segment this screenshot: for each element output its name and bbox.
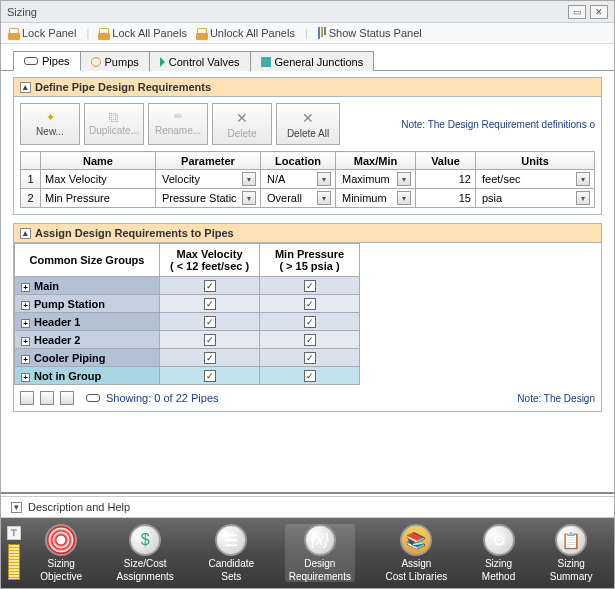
value-cell[interactable]: 12 [416, 170, 476, 189]
variable-icon: {x} [304, 524, 336, 556]
expand-icon[interactable]: + [21, 283, 30, 292]
note-text: Note: The Design Requirement definitions… [401, 119, 595, 130]
tab-bar: Pipes Pumps Control Valves General Junct… [1, 44, 614, 71]
table-row[interactable]: 2 Min Pressure Pressure Static▾ Overall▾… [21, 189, 595, 208]
lock-all-button[interactable]: Lock All Panels [99, 27, 187, 39]
col-max-velocity: Max Velocity( < 12 feet/sec ) [160, 244, 260, 277]
bottom-nav: ⊤ SizingObjective $Size/CostAssignments … [1, 518, 614, 588]
chevron-down-icon[interactable]: ▾ [397, 172, 411, 186]
group-row: +Not in Group✓✓ [15, 367, 360, 385]
nav-size-cost[interactable]: $Size/CostAssignments [113, 524, 178, 582]
assign-requirements-section: ▴ Assign Design Requirements to Pipes Co… [13, 223, 602, 412]
checkbox[interactable]: ✓ [304, 280, 316, 292]
param-cell[interactable]: Velocity▾ [156, 170, 261, 189]
checkbox[interactable]: ✓ [204, 316, 216, 328]
target-icon [45, 524, 77, 556]
section-header: ▴ Assign Design Requirements to Pipes [14, 224, 601, 243]
delete-all-button[interactable]: ✕Delete All [276, 103, 340, 145]
table-row[interactable]: 1 Max Velocity Velocity▾ N/A▾ Maximum▾ 1… [21, 170, 595, 189]
nav-assign-cost[interactable]: 📚AssignCost Libraries [382, 524, 452, 582]
sizing-window: Sizing ▭ ✕ Lock Panel | Lock All Panels … [0, 0, 615, 589]
filter-icon-1[interactable] [20, 391, 34, 405]
expand-icon[interactable]: ▾ [11, 502, 22, 513]
checkbox[interactable]: ✓ [204, 352, 216, 364]
tab-pipes[interactable]: Pipes [13, 51, 81, 71]
chevron-down-icon[interactable]: ▾ [397, 191, 411, 205]
new-button[interactable]: ✦New... [20, 103, 80, 145]
expand-icon[interactable]: + [21, 301, 30, 310]
delete-all-icon: ✕ [302, 110, 314, 126]
value-cell[interactable]: 15 [416, 189, 476, 208]
checkbox[interactable]: ✓ [304, 298, 316, 310]
checkbox[interactable]: ✓ [204, 280, 216, 292]
checkbox[interactable]: ✓ [304, 352, 316, 364]
delete-button[interactable]: ✕Delete [212, 103, 272, 145]
group-row: +Pump Station✓✓ [15, 295, 360, 313]
checkbox[interactable]: ✓ [204, 298, 216, 310]
nav-sizing-method[interactable]: ⚙SizingMethod [478, 524, 519, 582]
checkbox[interactable]: ✓ [304, 334, 316, 346]
chevron-down-icon[interactable]: ▾ [576, 191, 590, 205]
checkbox[interactable]: ✓ [304, 370, 316, 382]
tab-control-valves[interactable]: Control Valves [149, 51, 251, 71]
tab-general-junctions[interactable]: General Junctions [250, 51, 375, 71]
nav-candidate-sets[interactable]: ☰CandidateSets [204, 524, 258, 582]
tab-pumps[interactable]: Pumps [80, 51, 150, 71]
expand-icon[interactable]: + [21, 319, 30, 328]
titlebar: Sizing ▭ ✕ [1, 1, 614, 23]
units-cell[interactable]: psia▾ [476, 189, 595, 208]
location-cell[interactable]: Overall▾ [261, 189, 336, 208]
group-row: +Header 2✓✓ [15, 331, 360, 349]
nav-sizing-summary[interactable]: 📋SizingSummary [546, 524, 597, 582]
clipboard-icon: 📋 [555, 524, 587, 556]
param-cell[interactable]: Pressure Static▾ [156, 189, 261, 208]
filter-row: Showing: 0 of 22 Pipes Note: The Design [14, 385, 601, 411]
window-title: Sizing [7, 6, 568, 18]
maxmin-cell[interactable]: Maximum▾ [336, 170, 416, 189]
valve-icon [160, 57, 165, 67]
rename-icon: ᴬᵇ [174, 112, 182, 123]
unlock-all-button[interactable]: Unlock All Panels [197, 27, 295, 39]
nav-design-requirements[interactable]: {x}DesignRequirements [285, 524, 355, 582]
chevron-down-icon[interactable]: ▾ [576, 172, 590, 186]
minimize-button[interactable]: ▭ [568, 5, 586, 19]
section-header: ▴ Define Pipe Design Requirements [14, 78, 601, 97]
content-area: ▴ Define Pipe Design Requirements ✦New..… [1, 77, 614, 490]
units-cell[interactable]: feet/sec▾ [476, 170, 595, 189]
rename-button[interactable]: ᴬᵇRename... [148, 103, 208, 145]
lock-panel-button[interactable]: Lock Panel [9, 27, 76, 39]
collapse-icon[interactable]: ▴ [20, 82, 31, 93]
expand-icon[interactable]: + [21, 355, 30, 364]
expand-icon[interactable]: + [21, 373, 30, 382]
chevron-down-icon[interactable]: ▾ [242, 172, 256, 186]
expand-icon[interactable]: + [21, 337, 30, 346]
checkbox[interactable]: ✓ [304, 316, 316, 328]
show-status-button[interactable]: Show Status Panel [318, 27, 422, 39]
nav-side-button[interactable]: ⊤ [7, 526, 21, 540]
close-button[interactable]: ✕ [590, 5, 608, 19]
chevron-down-icon[interactable]: ▾ [317, 191, 331, 205]
checkbox[interactable]: ✓ [204, 334, 216, 346]
ruler-icon [8, 544, 20, 580]
collapse-icon[interactable]: ▴ [20, 228, 31, 239]
location-cell[interactable]: N/A▾ [261, 170, 336, 189]
name-cell[interactable]: Min Pressure [41, 189, 156, 208]
ruler-dollar-icon: $ [129, 524, 161, 556]
lock-icon [99, 28, 109, 38]
filter-icon-2[interactable] [40, 391, 54, 405]
name-cell[interactable]: Max Velocity [41, 170, 156, 189]
checkbox[interactable]: ✓ [204, 370, 216, 382]
requirements-grid: Name Parameter Location Max/Min Value Un… [20, 151, 595, 208]
showing-text: Showing: 0 of 22 Pipes [106, 392, 219, 404]
col-groups: Common Size Groups [15, 244, 160, 277]
delete-icon: ✕ [236, 110, 248, 126]
duplicate-button[interactable]: ⿻Duplicate... [84, 103, 144, 145]
nav-sizing-objective[interactable]: SizingObjective [36, 524, 86, 582]
maxmin-cell[interactable]: Minimum▾ [336, 189, 416, 208]
filter-icon-3[interactable] [60, 391, 74, 405]
description-bar: ▾ Description and Help [1, 496, 614, 518]
chevron-down-icon[interactable]: ▾ [317, 172, 331, 186]
pipe-icon [86, 394, 100, 402]
chevron-down-icon[interactable]: ▾ [242, 191, 256, 205]
col-min-pressure: Min Pressure( > 15 psia ) [260, 244, 360, 277]
